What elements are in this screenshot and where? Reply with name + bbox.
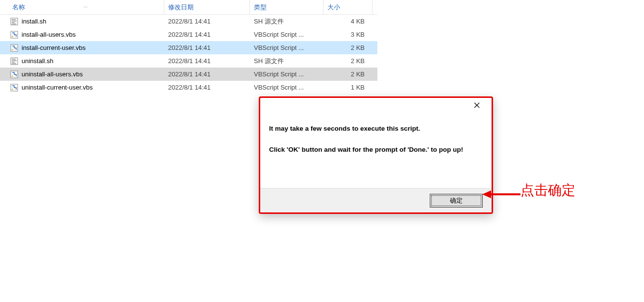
- file-rows-container: install.sh2022/8/1 14:41SH 源文件4 KBinstal…: [0, 15, 377, 94]
- file-date: 2022/8/1 14:41: [164, 18, 250, 25]
- file-row[interactable]: uninstall.sh2022/8/1 14:41SH 源文件2 KB: [0, 54, 377, 68]
- svg-point-17: [12, 89, 13, 90]
- file-type: SH 源文件: [250, 17, 323, 26]
- svg-point-15: [12, 75, 13, 77]
- file-name: install.sh: [22, 18, 164, 25]
- vbs-file-icon: [10, 83, 19, 92]
- file-type: VBScript Script ...: [250, 70, 323, 78]
- file-row[interactable]: uninstall-current-user.vbs2022/8/1 14:41…: [0, 81, 377, 94]
- svg-point-6: [12, 36, 13, 37]
- file-date: 2022/8/1 14:41: [164, 31, 250, 38]
- dialog-message-line2: Click 'OK' button and wait for the promp…: [269, 145, 483, 155]
- annotation-text: 点击确定: [520, 181, 575, 200]
- vbs-file-icon: [10, 30, 19, 39]
- dialog-body: It may take a few seconds to execute thi…: [260, 113, 492, 160]
- file-name: install-current-user.vbs: [22, 44, 164, 51]
- file-row[interactable]: install.sh2022/8/1 14:41SH 源文件4 KB: [0, 15, 377, 28]
- file-size: 1 KB: [323, 84, 369, 91]
- column-header-type[interactable]: 类型: [250, 0, 323, 14]
- dialog-titlebar[interactable]: [260, 98, 492, 113]
- column-header-name-label: 名称: [12, 3, 25, 12]
- sort-indicator-icon: ︿: [83, 3, 88, 10]
- annotation-arrow-icon: [482, 185, 521, 204]
- file-row[interactable]: install-current-user.vbs2022/8/1 14:41VB…: [0, 41, 377, 54]
- file-date: 2022/8/1 14:41: [164, 70, 250, 78]
- svg-marker-21: [482, 190, 491, 198]
- column-header-name[interactable]: 名称 ︿: [0, 0, 164, 14]
- column-header-size-label: 大小: [327, 3, 340, 12]
- close-icon: [474, 102, 480, 108]
- file-name: install-all-users.vbs: [22, 31, 164, 38]
- vbs-file-icon: [10, 70, 19, 79]
- vbs-file-icon: [10, 44, 19, 52]
- file-row[interactable]: uninstall-all-users.vbs2022/8/1 14:41VBS…: [0, 68, 377, 81]
- file-name: uninstall-all-users.vbs: [22, 70, 164, 78]
- file-size: 2 KB: [323, 70, 369, 78]
- dialog-footer: 确定: [260, 188, 492, 212]
- file-date: 2022/8/1 14:41: [164, 44, 250, 51]
- file-row[interactable]: install-all-users.vbs2022/8/1 14:41VBScr…: [0, 28, 377, 41]
- file-type: VBScript Script ...: [250, 31, 323, 38]
- column-header-date[interactable]: 修改日期: [164, 0, 250, 14]
- file-date: 2022/8/1 14:41: [164, 84, 250, 91]
- dialog-message-line1: It may take a few seconds to execute thi…: [269, 124, 483, 134]
- file-size: 2 KB: [323, 44, 369, 51]
- file-name: uninstall.sh: [22, 57, 164, 65]
- file-type: VBScript Script ...: [250, 44, 323, 51]
- file-type: VBScript Script ...: [250, 84, 323, 91]
- column-header-type-label: 类型: [254, 3, 267, 12]
- sh-file-icon: [10, 17, 19, 26]
- file-name: uninstall-current-user.vbs: [22, 84, 164, 91]
- ok-button[interactable]: 确定: [430, 194, 483, 208]
- column-header-size[interactable]: 大小: [323, 0, 372, 14]
- dialog-close-button[interactable]: [467, 98, 487, 112]
- column-header-date-label: 修改日期: [168, 3, 194, 12]
- script-dialog: It may take a few seconds to execute thi…: [259, 96, 493, 214]
- sh-file-icon: [10, 57, 19, 66]
- file-type: SH 源文件: [250, 57, 323, 66]
- file-date: 2022/8/1 14:41: [164, 57, 250, 65]
- file-size: 4 KB: [323, 18, 369, 25]
- file-size: 2 KB: [323, 57, 369, 65]
- column-header-row: 名称 ︿ 修改日期 类型 大小: [0, 0, 377, 15]
- file-list-pane: 名称 ︿ 修改日期 类型 大小 install.sh2022/8/1 14:41…: [0, 0, 377, 94]
- svg-point-8: [12, 49, 13, 50]
- file-size: 3 KB: [323, 31, 369, 38]
